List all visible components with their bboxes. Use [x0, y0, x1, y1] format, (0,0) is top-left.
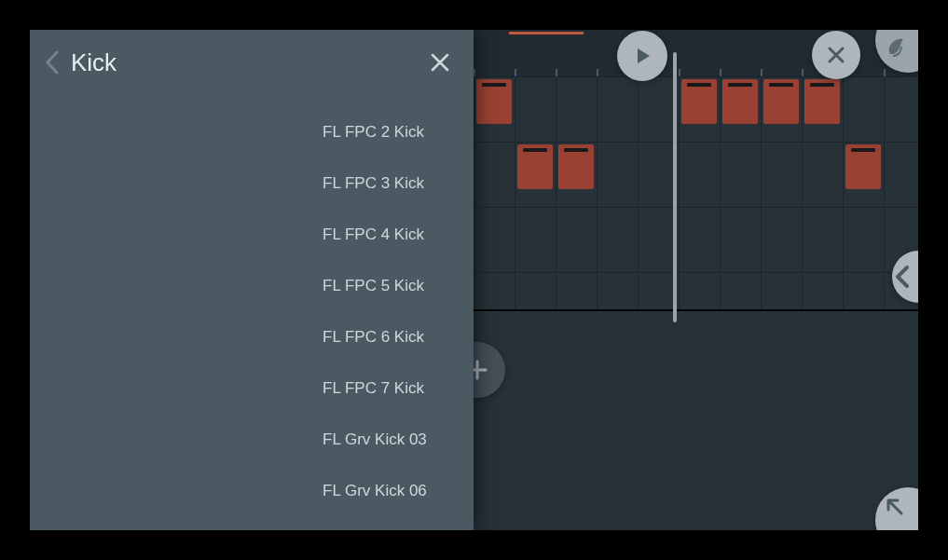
browser-item-label: FL FPC 5 Kick: [323, 277, 424, 295]
sequencer-note[interactable]: [476, 79, 512, 124]
browser-item[interactable]: FL FPC 5 Kick: [30, 260, 474, 311]
sequencer-bottom-area: [474, 309, 918, 530]
close-icon: [826, 45, 846, 65]
sequencer-note[interactable]: [763, 79, 799, 124]
browser-item-label: FL FPC 2 Kick: [323, 123, 424, 142]
sequencer-note[interactable]: [722, 79, 758, 124]
browser-item-label: FL FPC 4 Kick: [323, 225, 424, 244]
browser-item-label: FL Grv Kick 03: [323, 430, 427, 449]
browser-header: Kick: [30, 30, 474, 95]
browser-close-button[interactable]: [423, 46, 457, 79]
browser-item[interactable]: FL FPC 2 Kick: [30, 106, 474, 157]
sequencer-note[interactable]: [558, 144, 594, 189]
arrow-up-left-icon: [883, 495, 907, 519]
sequencer-note[interactable]: [804, 79, 840, 124]
browser-item[interactable]: FL FPC 6 Kick: [30, 311, 474, 362]
timeline-segment: [509, 32, 584, 34]
browser-item[interactable]: FL Grv Kick 03: [30, 414, 474, 465]
sample-browser-panel: Kick FL FPC 2 KickFL FPC 3 KickFL FPC 4 …: [30, 30, 474, 530]
browser-item[interactable]: FL Grv Kick 06: [30, 465, 474, 516]
step-sequencer: [474, 30, 918, 530]
browser-item[interactable]: FL FPC 3 Kick: [30, 157, 474, 209]
chevron-left-icon: [894, 264, 913, 290]
browser-item[interactable]: FL FPC 7 Kick: [30, 362, 474, 414]
playhead[interactable]: [673, 52, 677, 322]
fl-logo-icon: [881, 34, 913, 65]
sequencer-note[interactable]: [681, 79, 717, 124]
browser-item-label: FL FPC 7 Kick: [323, 379, 424, 398]
browser-list[interactable]: FL FPC 2 KickFL FPC 3 KickFL FPC 4 KickF…: [30, 95, 474, 516]
browser-item-label: FL FPC 3 Kick: [323, 174, 424, 193]
browser-back-button[interactable]: [35, 46, 69, 79]
browser-title: Kick: [71, 48, 423, 77]
sequencer-note[interactable]: [845, 144, 881, 189]
close-icon: [430, 52, 450, 73]
app-frame: Kick FL FPC 2 KickFL FPC 3 KickFL FPC 4 …: [30, 30, 918, 530]
sequencer-note[interactable]: [517, 144, 553, 189]
play-button[interactable]: [617, 31, 667, 81]
sequencer-row[interactable]: [474, 207, 918, 272]
browser-item[interactable]: FL FPC 4 Kick: [30, 209, 474, 260]
browser-item-label: FL FPC 6 Kick: [323, 328, 424, 347]
play-icon: [632, 46, 653, 66]
close-button[interactable]: [812, 31, 860, 79]
chevron-left-icon: [44, 48, 61, 76]
browser-item-label: FL Grv Kick 06: [323, 482, 427, 500]
